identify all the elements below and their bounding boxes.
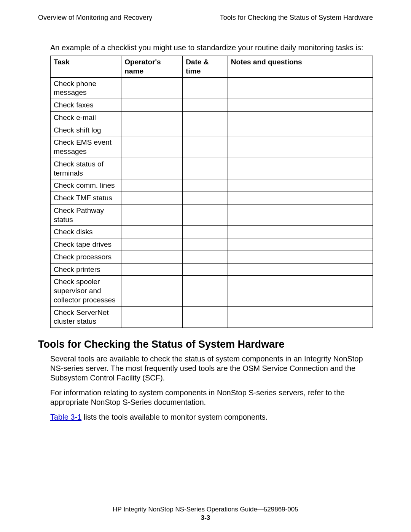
table-row: Check status of terminals <box>51 158 373 179</box>
table-row: Check TMF status <box>51 192 373 204</box>
intro-paragraph: An example of a checklist you might use … <box>50 43 373 53</box>
cell-task: Check disks <box>51 226 121 238</box>
cell-task: Check EMS event messages <box>51 136 121 158</box>
footer-page-number: 3-3 <box>0 514 411 522</box>
table-row: Check disks <box>51 226 373 238</box>
table-row: Check faxes <box>51 99 373 112</box>
cell-operator <box>121 77 183 99</box>
col-header-task: Task <box>51 56 121 78</box>
cell-task: Check status of terminals <box>51 158 121 179</box>
cell-datetime <box>183 306 228 328</box>
cell-operator <box>121 192 183 204</box>
cell-operator <box>121 238 183 251</box>
cell-task: Check ServerNet cluster status <box>51 306 121 328</box>
cell-operator <box>121 136 183 158</box>
cell-notes <box>228 77 373 99</box>
cell-datetime <box>183 111 228 124</box>
cell-notes <box>228 99 373 112</box>
section-title: Tools for Checking the Status of System … <box>38 339 373 350</box>
cell-task: Check Pathway status <box>51 204 121 226</box>
cell-datetime <box>183 251 228 263</box>
cell-task: Check shift log <box>51 124 121 136</box>
cell-datetime <box>183 99 228 112</box>
table-row: Check e-mail <box>51 111 373 124</box>
cell-notes <box>228 276 373 306</box>
cell-task: Check e-mail <box>51 111 121 124</box>
page-footer: HP Integrity NonStop NS-Series Operation… <box>0 505 411 522</box>
cell-operator <box>121 263 183 276</box>
cell-datetime <box>183 204 228 226</box>
checklist-table: Task Operator's name Date & time Notes a… <box>50 56 373 328</box>
table-row: Check ServerNet cluster status <box>51 306 373 328</box>
table-header-row: Task Operator's name Date & time Notes a… <box>51 56 373 78</box>
col-header-datetime: Date & time <box>183 56 228 78</box>
cell-datetime <box>183 179 228 192</box>
cell-operator <box>121 158 183 179</box>
cell-notes <box>228 306 373 328</box>
cell-operator <box>121 226 183 238</box>
cell-notes <box>228 124 373 136</box>
header-right: Tools for Checking the Status of System … <box>220 14 373 22</box>
cell-notes <box>228 136 373 158</box>
cell-task: Check TMF status <box>51 192 121 204</box>
cell-datetime <box>183 263 228 276</box>
cell-task: Check printers <box>51 263 121 276</box>
cell-notes <box>228 111 373 124</box>
section-paragraph-2: For information relating to system compo… <box>50 388 373 407</box>
footer-doc-title: HP Integrity NonStop NS-Series Operation… <box>0 505 411 514</box>
cell-datetime <box>183 226 228 238</box>
cell-operator <box>121 111 183 124</box>
table-3-1-link[interactable]: Table 3-1 <box>50 413 81 421</box>
cell-task: Check processors <box>51 251 121 263</box>
table-row: Check printers <box>51 263 373 276</box>
cell-task: Check comm. lines <box>51 179 121 192</box>
cell-notes <box>228 158 373 179</box>
cell-task: Check phone messages <box>51 77 121 99</box>
cell-notes <box>228 192 373 204</box>
cell-operator <box>121 124 183 136</box>
table-row: Check EMS event messages <box>51 136 373 158</box>
cell-datetime <box>183 77 228 99</box>
running-header: Overview of Monitoring and Recovery Tool… <box>38 14 373 22</box>
cell-task: Check faxes <box>51 99 121 112</box>
cell-notes <box>228 238 373 251</box>
cell-notes <box>228 251 373 263</box>
cell-datetime <box>183 276 228 306</box>
table-row: Check Pathway status <box>51 204 373 226</box>
header-left: Overview of Monitoring and Recovery <box>38 14 152 22</box>
cell-datetime <box>183 238 228 251</box>
cell-operator <box>121 251 183 263</box>
cell-datetime <box>183 136 228 158</box>
cell-datetime <box>183 192 228 204</box>
cell-datetime <box>183 158 228 179</box>
cell-operator <box>121 276 183 306</box>
cell-notes <box>228 226 373 238</box>
col-header-notes: Notes and questions <box>228 56 373 78</box>
table-row: Check tape drives <box>51 238 373 251</box>
section-paragraph-3: Table 3-1 lists the tools available to m… <box>50 412 373 422</box>
table-row: Check processors <box>51 251 373 263</box>
cell-notes <box>228 179 373 192</box>
section-paragraph-1: Several tools are available to check the… <box>50 354 373 383</box>
table-row: Check phone messages <box>51 77 373 99</box>
cell-operator <box>121 179 183 192</box>
cell-operator <box>121 306 183 328</box>
section-paragraph-3-rest: lists the tools available to monitor sys… <box>81 413 268 421</box>
col-header-operator: Operator's name <box>121 56 183 78</box>
cell-notes <box>228 204 373 226</box>
cell-task: Check spooler supervisor and collector p… <box>51 276 121 306</box>
cell-notes <box>228 263 373 276</box>
table-row: Check comm. lines <box>51 179 373 192</box>
cell-datetime <box>183 124 228 136</box>
cell-task: Check tape drives <box>51 238 121 251</box>
cell-operator <box>121 99 183 112</box>
table-row: Check shift log <box>51 124 373 136</box>
page: Overview of Monitoring and Recovery Tool… <box>0 0 411 532</box>
cell-operator <box>121 204 183 226</box>
table-row: Check spooler supervisor and collector p… <box>51 276 373 306</box>
